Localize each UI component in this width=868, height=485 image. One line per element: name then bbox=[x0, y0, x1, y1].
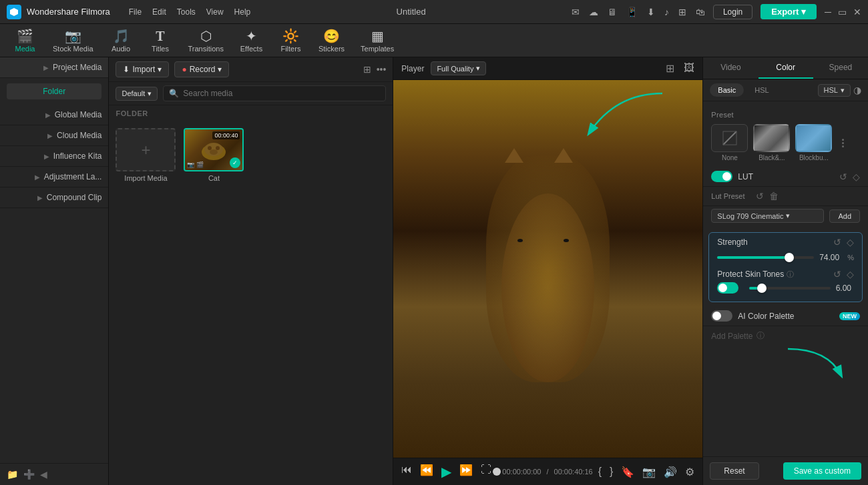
media-grid: + Import Media bbox=[109, 121, 393, 189]
chevron-right-icon: ▶ bbox=[35, 173, 40, 181]
protect-reset-icon[interactable]: ↺ bbox=[833, 269, 841, 280]
cloud-icon[interactable]: ☁ bbox=[589, 7, 598, 17]
ai-palette-toggle[interactable] bbox=[711, 310, 732, 322]
more-presets[interactable] bbox=[837, 124, 849, 161]
mark-out-icon[interactable]: } bbox=[610, 466, 613, 478]
grid-view-icon[interactable]: ⊞ bbox=[666, 62, 674, 75]
play-button[interactable]: ▶ bbox=[441, 464, 451, 480]
sidebar-item-project-media[interactable]: ▶ Project Media bbox=[0, 57, 108, 78]
tool-stickers[interactable]: 😊 Stickers bbox=[312, 25, 351, 55]
add-marker-icon[interactable]: 🔖 bbox=[621, 466, 634, 478]
cat-thumbnail[interactable]: 00:00:40 📷 🎬 ✓ bbox=[184, 128, 244, 171]
filter-icon[interactable]: ⊞ bbox=[363, 64, 371, 75]
sidebar-item-global-media[interactable]: ▶ Global Media bbox=[0, 105, 108, 125]
notification-icon[interactable]: ✉ bbox=[572, 7, 580, 17]
folder-button[interactable]: Folder bbox=[7, 83, 101, 99]
music-icon[interactable]: ♪ bbox=[664, 7, 669, 17]
protect-diamond-icon[interactable]: ◇ bbox=[847, 269, 854, 280]
preset-section-label: Preset bbox=[703, 107, 868, 121]
tab-speed[interactable]: Speed bbox=[813, 57, 868, 79]
titles-icon: T bbox=[156, 29, 164, 44]
grid-icon[interactable]: ⊞ bbox=[678, 7, 686, 17]
tool-stock-media[interactable]: 📷 Stock Media bbox=[46, 25, 100, 55]
protect-thumb[interactable] bbox=[757, 284, 767, 293]
menu-help[interactable]: Help bbox=[234, 7, 251, 17]
strength-reset-icon[interactable]: ↺ bbox=[833, 237, 841, 248]
search-box[interactable]: 🔍 bbox=[163, 85, 386, 101]
lut-reset-icon[interactable]: ↺ bbox=[839, 171, 847, 182]
collapse-sidebar-icon[interactable]: ◀ bbox=[40, 469, 47, 480]
window-title: Untitled bbox=[397, 7, 426, 17]
right-panel-tabs: Video Color Speed bbox=[703, 57, 868, 79]
snapshot-icon[interactable]: 🖼 bbox=[684, 62, 694, 75]
import-placeholder[interactable]: + bbox=[116, 128, 176, 171]
menu-edit[interactable]: Edit bbox=[152, 7, 166, 17]
sort-default-button[interactable]: Default ▾ bbox=[116, 87, 158, 101]
strength-diamond-icon[interactable]: ◇ bbox=[847, 237, 854, 248]
reset-button[interactable]: Reset bbox=[710, 462, 758, 480]
info-icon[interactable]: ⓘ bbox=[787, 270, 794, 280]
frame-forward-icon[interactable]: ⏩ bbox=[459, 464, 473, 480]
frame-back-icon[interactable]: ⏪ bbox=[420, 464, 433, 480]
new-folder-icon[interactable]: 📁 bbox=[7, 469, 18, 480]
subtab-hsl[interactable]: HSL bbox=[746, 83, 777, 97]
shop-icon[interactable]: 🛍 bbox=[696, 7, 705, 17]
tool-transitions[interactable]: ⬡ Transitions bbox=[182, 25, 230, 55]
quality-selector[interactable]: Full Quality ▾ bbox=[431, 61, 486, 75]
more-options-icon[interactable]: ••• bbox=[377, 64, 387, 75]
lut-preset-reset-icon[interactable]: ↺ bbox=[756, 191, 764, 201]
preset-blockbuster[interactable]: Blockbu... bbox=[795, 124, 832, 161]
menu-tools[interactable]: Tools bbox=[177, 7, 196, 17]
protect-skin-toggle[interactable] bbox=[717, 282, 738, 294]
tool-effects[interactable]: ✦ Effects bbox=[233, 25, 270, 55]
minimize-button[interactable]: ─ bbox=[825, 7, 831, 17]
import-media-item[interactable]: + Import Media bbox=[116, 128, 176, 182]
tool-media[interactable]: 🎬 Media bbox=[7, 25, 43, 55]
lut-toggle[interactable] bbox=[711, 171, 732, 182]
lut-add-button[interactable]: Add bbox=[829, 209, 860, 223]
lut-preset-selector[interactable]: SLog 709 Cinematic ▾ bbox=[711, 209, 824, 223]
download-icon[interactable]: ⬇ bbox=[647, 7, 655, 17]
preset-blackwhite[interactable]: Black&... bbox=[753, 124, 790, 161]
import-button[interactable]: ⬇ Import ▾ bbox=[116, 61, 169, 77]
preview-topbar: Player Full Quality ▾ ⊞ 🖼 bbox=[393, 57, 702, 80]
lut-preset-delete-icon[interactable]: 🗑 bbox=[769, 191, 779, 201]
sidebar-item-compound-clip[interactable]: ▶ Compound Clip bbox=[0, 187, 108, 208]
add-folder-icon[interactable]: ➕ bbox=[23, 469, 35, 480]
record-button[interactable]: ● Record ▾ bbox=[174, 61, 229, 77]
color-wheel-icon[interactable]: ◑ bbox=[853, 85, 861, 95]
fullscreen-preview-icon[interactable]: ⛶ bbox=[481, 464, 491, 480]
tool-titles[interactable]: T Titles bbox=[142, 26, 179, 55]
tab-video[interactable]: Video bbox=[703, 57, 758, 79]
sidebar-item-adjustment[interactable]: ▶ Adjustment La... bbox=[0, 167, 108, 187]
screen-icon[interactable]: 🖥 bbox=[608, 7, 617, 17]
lut-diamond-icon[interactable]: ◇ bbox=[853, 171, 860, 182]
sidebar-item-influence-kit[interactable]: ▶ Influence Kita bbox=[0, 146, 108, 167]
strength-thumb[interactable] bbox=[785, 253, 794, 262]
hsl-dropdown[interactable]: HSL ▾ bbox=[818, 84, 851, 97]
tool-filters[interactable]: 🔆 Filters bbox=[272, 25, 309, 55]
tool-templates[interactable]: ▦ Templates bbox=[354, 25, 401, 55]
screenshot-icon[interactable]: 📷 bbox=[642, 466, 656, 478]
sidebar-item-cloud-media[interactable]: ▶ Cloud Media bbox=[0, 125, 108, 146]
login-button[interactable]: Login bbox=[713, 5, 752, 19]
tool-audio[interactable]: 🎵 Audio bbox=[103, 25, 140, 55]
phone-icon[interactable]: 📱 bbox=[626, 7, 638, 17]
close-button[interactable]: ✕ bbox=[853, 7, 861, 17]
save-custom-button[interactable]: Save as custom bbox=[783, 462, 861, 480]
strength-slider[interactable] bbox=[717, 256, 814, 259]
mark-in-icon[interactable]: { bbox=[598, 466, 602, 478]
menu-view[interactable]: View bbox=[206, 7, 224, 17]
search-input[interactable] bbox=[183, 89, 380, 98]
cat-media-item[interactable]: 00:00:40 📷 🎬 ✓ Cat bbox=[184, 128, 244, 182]
tab-color[interactable]: Color bbox=[758, 57, 813, 79]
export-button[interactable]: Export ▾ bbox=[761, 4, 817, 19]
subtab-basic[interactable]: Basic bbox=[710, 83, 744, 97]
settings-icon[interactable]: ⚙ bbox=[685, 466, 694, 478]
preset-none[interactable]: None bbox=[711, 124, 748, 161]
menu-file[interactable]: File bbox=[129, 7, 142, 17]
protect-slider[interactable] bbox=[749, 287, 830, 290]
volume-icon[interactable]: 🔊 bbox=[664, 466, 677, 478]
skip-back-icon[interactable]: ⏮ bbox=[401, 464, 412, 480]
maximize-button[interactable]: ▭ bbox=[838, 7, 847, 17]
